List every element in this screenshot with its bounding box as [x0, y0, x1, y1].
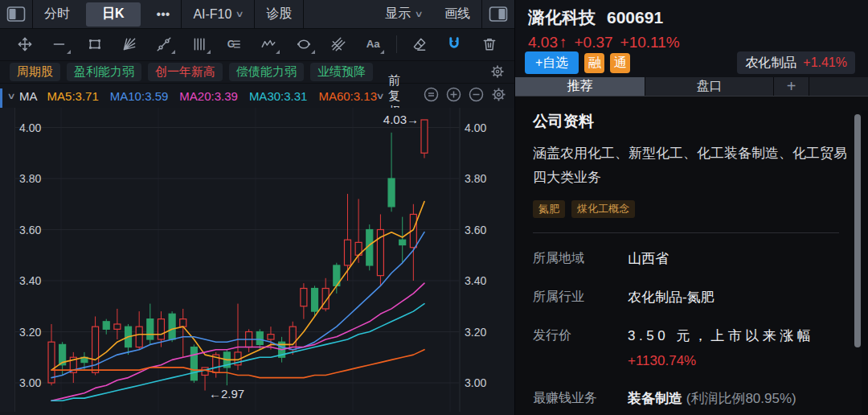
field-value: 农化制品-氮肥 [628, 288, 714, 306]
field-row: 所属行业农化制品-氮肥 [533, 288, 850, 306]
field-row: 发行价3.50 元，上市以来涨幅+1130.74% [533, 327, 850, 369]
ma-indicator-bar: ∨ MA MA5:3.71MA10:3.59MA20:3.39MA30:3.31… [0, 84, 514, 108]
zoom-in-icon[interactable] [446, 87, 461, 105]
tab-recommend[interactable]: 推荐 [515, 77, 645, 96]
display-menu-button[interactable]: 显示∨ [374, 0, 433, 29]
y-axis-label-right: 3.00 [465, 376, 486, 389]
tool-magnet[interactable] [442, 32, 466, 56]
tab-minute[interactable]: 分时 [33, 0, 81, 29]
more-periods-button[interactable]: ••• [145, 0, 182, 29]
tab-diagnose[interactable]: 诊股 [255, 0, 303, 29]
svg-text:G: G [227, 39, 235, 50]
chart-column: 分时 日K ••• AI-F10∨ 诊股 显示∨ 画线 GAa 周期股盈利能力弱… [0, 0, 514, 415]
field-label: 所属行业 [533, 288, 628, 306]
tool-rectangle-tool[interactable] [83, 32, 107, 56]
stock-code: 600691 [607, 8, 663, 27]
tool-gann-fan-tool[interactable] [117, 32, 141, 56]
connect-badge[interactable]: 通 [610, 53, 630, 73]
svg-text:Aa: Aa [366, 39, 381, 51]
zoom-out-icon[interactable] [469, 87, 484, 105]
tool-move-tool[interactable] [13, 32, 37, 56]
ma-value-ma10[interactable]: MA10:3.59 [110, 89, 169, 103]
ellipse-tool-icon [296, 36, 312, 52]
toolbar-divider [396, 35, 397, 53]
toggle-left-panel-icon[interactable] [6, 6, 26, 23]
company-description: 涵盖农用化工、新型化工、化工装备制造、化工贸易四大类业务 [533, 142, 848, 190]
field-row: 最赚钱业务装备制造 (利润比例80.95%) [533, 389, 850, 408]
concept-tag[interactable]: 煤化工概念 [571, 200, 635, 218]
chevron-down-icon: ∨ [375, 91, 384, 101]
tab-daily-k[interactable]: 日K [86, 2, 141, 27]
gann-fan-tool-icon [121, 36, 137, 52]
stock-tag[interactable]: 周期股 [10, 63, 60, 81]
move-tool-icon [17, 36, 33, 52]
candlestick-chart[interactable]: 3.003.003.203.203.403.403.603.603.803.80… [0, 108, 514, 412]
grid: 3.003.003.203.203.403.403.603.603.803.80… [14, 121, 486, 390]
low-annotation: ←2.97 [209, 387, 244, 401]
add-watchlist-button[interactable]: +自选 [525, 51, 579, 74]
toolbar-divider [481, 0, 482, 29]
concept-tag[interactable]: 氮肥 [533, 200, 565, 218]
tool-vertical-lines-tool[interactable] [187, 32, 211, 56]
ma-values: MA5:3.71MA10:3.59MA20:3.39MA30:3.31MA60:… [47, 89, 377, 103]
tool-segment-tool[interactable] [152, 32, 176, 56]
top-toolbar: 分时 日K ••• AI-F10∨ 诊股 显示∨ 画线 [0, 0, 514, 29]
chevron-down-icon: ∨ [6, 91, 15, 101]
stock-tag[interactable]: 业绩预降 [310, 63, 373, 81]
toggle-right-panel-icon[interactable] [489, 6, 508, 23]
eraser-icon [411, 36, 428, 52]
text-tool-icon: Aa [365, 36, 381, 52]
scrollbar-thumb[interactable] [854, 114, 861, 347]
tab-ai-f10[interactable]: AI-F10∨ [182, 0, 254, 29]
y-axis-label-left: 3.80 [19, 172, 41, 185]
segment-tool-icon [156, 36, 172, 52]
stock-tag[interactable]: 创一年新高 [148, 63, 223, 81]
ma-value-ma20[interactable]: MA20:3.39 [179, 89, 238, 103]
trendline-tool-icon [51, 36, 68, 52]
stock-tag[interactable]: 盈利能力弱 [67, 63, 141, 81]
vertical-lines-tool-icon [191, 36, 207, 52]
y-axis-label-left: 3.60 [19, 224, 41, 236]
ma-value-ma5[interactable]: MA5:3.71 [47, 89, 99, 103]
indicator-settings-gear-icon[interactable] [491, 87, 506, 105]
margin-badge[interactable]: 融 [584, 53, 604, 73]
tabs-filler [809, 77, 868, 96]
tool-ellipse-tool[interactable] [292, 32, 316, 56]
chevron-down-icon: ∨ [414, 9, 423, 19]
drawline-button[interactable]: 画线 [433, 0, 481, 29]
tool-eraser[interactable] [407, 32, 432, 56]
price-change: +0.37 [574, 34, 612, 51]
trash-icon [481, 36, 497, 52]
ma-value-ma60[interactable]: MA60:3.13 [318, 89, 377, 103]
action-row: +自选 融 通 农化制品 +1.41% [515, 51, 868, 77]
stock-name: 潞化科技 [528, 6, 596, 29]
tool-text-tool[interactable]: Aa [361, 32, 385, 56]
y-axis-label-right: 4.00 [465, 121, 486, 134]
tab-quote[interactable]: 盘口 [645, 77, 774, 96]
concept-tags: 氮肥煤化工概念 [533, 200, 850, 218]
field-label: 最赚钱业务 [533, 389, 628, 408]
tool-wave-tool[interactable] [256, 32, 280, 56]
field-label: 所属地域 [533, 249, 628, 268]
rectangle-tool-icon [87, 36, 103, 52]
tool-trendline-tool[interactable] [47, 32, 72, 56]
ma-group-toggle[interactable]: ∨ MA [8, 89, 38, 103]
y-axis-label-left: 3.20 [19, 326, 41, 339]
tool-trash[interactable] [477, 32, 502, 56]
company-info-title: 公司资料 [533, 111, 850, 132]
add-tab-button[interactable]: + [774, 77, 809, 96]
scrollbar-track-edge [862, 110, 868, 415]
y-axis-label-right: 3.20 [465, 326, 486, 339]
ma-group-label: MA [19, 89, 38, 103]
zoom-fit-icon[interactable] [424, 87, 439, 105]
price-change-pct: +10.11% [620, 34, 680, 51]
tool-pitchfork-tool[interactable] [326, 32, 350, 56]
info-panel: 潞化科技 600691 4.03 ↑ +0.37 +10.11% +自选 融 通… [514, 0, 868, 415]
stock-tag[interactable]: 偿债能力弱 [229, 63, 304, 81]
panel-tabs: 推荐 盘口 + [515, 77, 868, 96]
ma-value-ma30[interactable]: MA30:3.31 [249, 89, 308, 103]
gann-grid-tool-icon: G [226, 36, 242, 52]
sector-badge[interactable]: 农化制品 +1.41% [737, 51, 855, 74]
stock-header: 潞化科技 600691 4.03 ↑ +0.37 +10.11% [515, 0, 868, 51]
tool-gann-grid-tool[interactable]: G [222, 32, 246, 56]
